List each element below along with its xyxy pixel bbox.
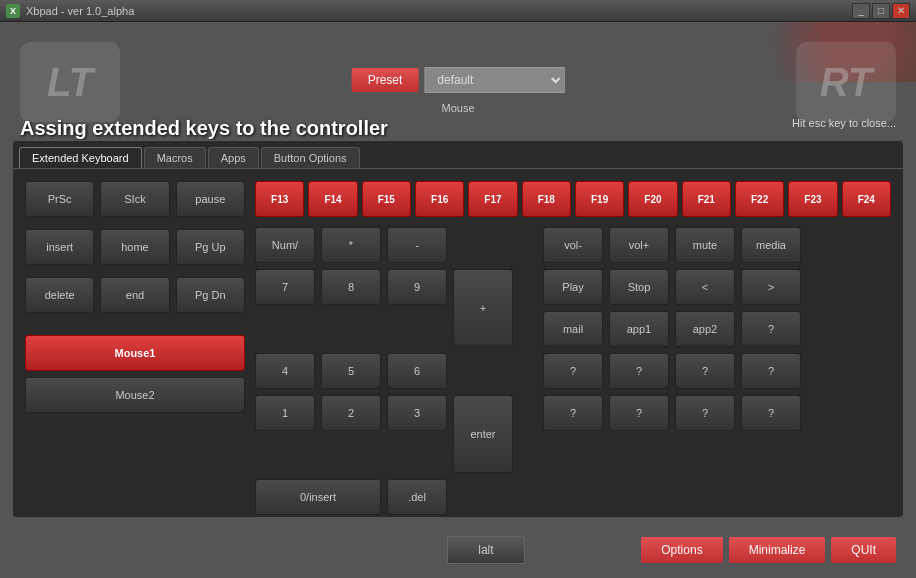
f20-key[interactable]: F20 [628,181,677,217]
right-area: F13 F14 F15 F16 F17 F18 F19 F20 F21 F22 … [255,181,891,497]
numpad-top-row: Num/ * - [255,227,513,263]
f13-key[interactable]: F13 [255,181,304,217]
misc-keys-row1: PrSc SIck pause [25,181,245,217]
end-key[interactable]: end [100,277,169,313]
close-window-btn[interactable]: ✕ [892,3,910,19]
lt-badge: LT [20,42,120,122]
media-q5-key[interactable]: ? [741,353,801,389]
f18-key[interactable]: F18 [522,181,571,217]
preset-dropdown[interactable]: default [424,67,564,93]
numpad-plus[interactable]: + [453,269,513,347]
pgdn-key[interactable]: Pg Dn [176,277,245,313]
next-key[interactable]: > [741,269,801,305]
numpad-3[interactable]: 3 [387,395,447,431]
tab-extended-keyboard[interactable]: Extended Keyboard [19,147,142,168]
numpad-row3: 4 5 6 [255,353,513,389]
misc-keys-row3: delete end Pg Dn [25,277,245,313]
numpad-mul[interactable]: * [321,227,381,263]
media-q6-key[interactable]: ? [543,395,603,431]
header-text: Assing extended keys to the controller [20,117,388,140]
f19-key[interactable]: F19 [575,181,624,217]
tab-button-options[interactable]: Button Options [261,147,360,168]
media-q3-key[interactable]: ? [609,353,669,389]
mouse-label: Mouse [441,102,474,114]
media-q8-key[interactable]: ? [675,395,735,431]
main-content: LT RT Preset default Mouse Assing extend… [0,22,916,578]
insert-key[interactable]: insert [25,229,94,265]
f16-key[interactable]: F16 [415,181,464,217]
play-key[interactable]: Play [543,269,603,305]
numpad-5[interactable]: 5 [321,353,381,389]
f24-key[interactable]: F24 [842,181,891,217]
media-row5: ? ? ? ? [543,395,801,431]
home-key[interactable]: home [100,229,169,265]
numpad-2[interactable]: 2 [321,395,381,431]
pgup-key[interactable]: Pg Up [176,229,245,265]
prev-key[interactable]: < [675,269,735,305]
app2-key[interactable]: app2 [675,311,735,347]
numpad-0insert[interactable]: 0/insert [255,479,381,515]
tab-macros[interactable]: Macros [144,147,206,168]
numpad-4[interactable]: 4 [255,353,315,389]
numpad-enter[interactable]: enter [453,395,513,473]
numpad-6[interactable]: 6 [387,353,447,389]
media-q9-key[interactable]: ? [741,395,801,431]
numpad-7[interactable]: 7 [255,269,315,305]
f14-key[interactable]: F14 [308,181,357,217]
media-key[interactable]: media [741,227,801,263]
left-column: PrSc SIck pause insert home Pg Up delete… [25,181,245,497]
f15-key[interactable]: F15 [362,181,411,217]
media-q1-key[interactable]: ? [741,311,801,347]
pause-key[interactable]: pause [176,181,245,217]
options-button[interactable]: Options [641,537,722,563]
quit-button[interactable]: QUIt [831,537,896,563]
title-text: Xbpad - ver 1.0_alpha [26,5,852,17]
media-q7-key[interactable]: ? [609,395,669,431]
panel-content: PrSc SIck pause insert home Pg Up delete… [13,169,903,509]
stop-key[interactable]: Stop [609,269,669,305]
mouse-buttons: Mouse1 Mouse2 [25,335,245,413]
mouse2-button[interactable]: Mouse2 [25,377,245,413]
vol-down-key[interactable]: vol- [543,227,603,263]
misc-keys-row2: insert home Pg Up [25,229,245,265]
numpad-9[interactable]: 9 [387,269,447,305]
preset-button[interactable]: Preset [352,68,419,92]
maximize-window-btn[interactable]: □ [872,3,890,19]
slck-key[interactable]: SIck [100,181,169,217]
spacer [523,227,533,515]
delete-key[interactable]: delete [25,277,94,313]
bottom-center: lalt [331,536,642,564]
hit-esc-text: Hit esc key to close... [792,117,896,129]
media-row4: ? ? ? ? [543,353,801,389]
f21-key[interactable]: F21 [682,181,731,217]
ialt-button[interactable]: lalt [447,536,524,564]
f22-key[interactable]: F22 [735,181,784,217]
mute-key[interactable]: mute [675,227,735,263]
mail-key[interactable]: mail [543,311,603,347]
preset-row: Preset default [352,67,565,93]
f23-key[interactable]: F23 [788,181,837,217]
media-row1: vol- vol+ mute media [543,227,801,263]
mouse1-button[interactable]: Mouse1 [25,335,245,371]
f17-key[interactable]: F17 [468,181,517,217]
media-row3: mail app1 app2 ? [543,311,801,347]
numpad-8[interactable]: 8 [321,269,381,305]
numpad-del[interactable]: .del [387,479,447,515]
numpad-1[interactable]: 1 [255,395,315,431]
bottom-right: Options Minimalize QUIt [641,537,896,563]
minimize-window-btn[interactable]: _ [852,3,870,19]
numpad-bottom-row: 0/insert .del [255,479,513,515]
minimalize-button[interactable]: Minimalize [729,537,826,563]
tab-apps[interactable]: Apps [208,147,259,168]
numpad-row4: 1 2 3 enter [255,395,513,473]
prsc-key[interactable]: PrSc [25,181,94,217]
numpad-nick[interactable]: Num/ [255,227,315,263]
tab-bar: Extended Keyboard Macros Apps Button Opt… [13,141,903,169]
media-q4-key[interactable]: ? [675,353,735,389]
window-controls[interactable]: _ □ ✕ [852,3,910,19]
numpad-minus[interactable]: - [387,227,447,263]
media-q2-key[interactable]: ? [543,353,603,389]
vol-up-key[interactable]: vol+ [609,227,669,263]
app1-key[interactable]: app1 [609,311,669,347]
fkey-row: F13 F14 F15 F16 F17 F18 F19 F20 F21 F22 … [255,181,891,217]
